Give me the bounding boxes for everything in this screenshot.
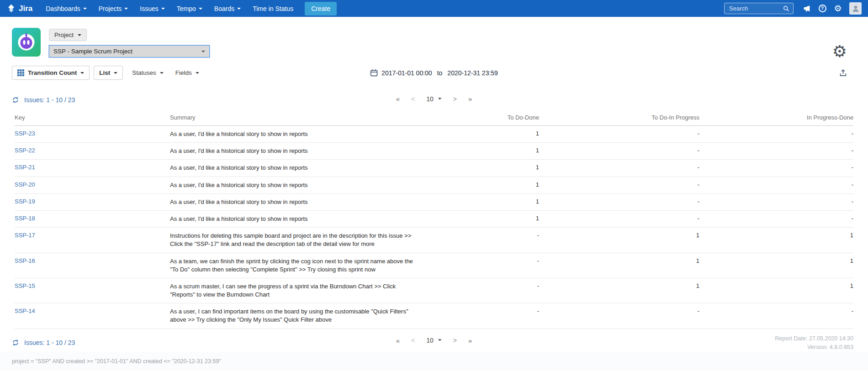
first-page-button[interactable]: «: [396, 336, 400, 344]
page-size-select[interactable]: 10: [426, 337, 442, 344]
statuses-button[interactable]: Statuses: [127, 66, 169, 79]
report-info: Report Date: 27.05.2020 14:30 Version: 4…: [775, 334, 853, 352]
issue-key-cell: SSP-15: [15, 278, 170, 303]
issue-key-link[interactable]: SSP-19: [15, 198, 35, 205]
issue-summary: As a team, we can finish the sprint by c…: [170, 257, 419, 274]
megaphone-icon: [803, 5, 811, 12]
last-page-button[interactable]: »: [468, 336, 472, 344]
search-box: [724, 3, 794, 14]
refresh-icon[interactable]: [12, 339, 19, 346]
issue-key-link[interactable]: SSP-22: [15, 147, 35, 154]
issue-key-link[interactable]: SSP-15: [15, 282, 35, 289]
inprogress-done-value: -: [699, 303, 853, 328]
issues-count-label: Issues: 1 - 10 / 23: [24, 96, 75, 104]
nav-item-issues[interactable]: Issues: [134, 0, 170, 17]
brand-name: Jira: [19, 4, 32, 13]
refresh-arrows-icon: [12, 96, 19, 104]
todo-inprogress-value: -: [539, 126, 699, 143]
create-button[interactable]: Create: [305, 2, 337, 16]
search-input[interactable]: [728, 5, 783, 12]
column-header-key: Key: [15, 110, 170, 126]
report-type-button[interactable]: Transition Count: [12, 66, 90, 80]
inprogress-done-value: -: [699, 143, 853, 160]
issue-key-link[interactable]: SSP-17: [15, 232, 35, 239]
page-size-value: 10: [426, 95, 434, 102]
chevron-down-icon: [196, 72, 199, 74]
nav-item-label: Projects: [99, 5, 122, 12]
issue-key-link[interactable]: SSP-20: [15, 181, 35, 188]
table-row: SSP-18As a user, I'd like a historical s…: [15, 210, 853, 227]
main-nav: DashboardsProjectsIssuesTempoBoardsTime …: [40, 0, 299, 17]
inprogress-done-value: -: [699, 160, 853, 177]
view-type-button[interactable]: List: [94, 66, 123, 80]
view-type-label: List: [99, 69, 110, 76]
nav-item-tempo[interactable]: Tempo: [171, 0, 208, 17]
nav-item-time-in-status[interactable]: Time in Status: [247, 0, 299, 17]
admin-gear-icon[interactable]: ⚙: [831, 2, 845, 16]
issue-summary-cell: As a user, I'd like a historical story t…: [170, 143, 435, 160]
next-page-button[interactable]: >: [453, 95, 457, 102]
report-version: Version: 4.8.0.653: [775, 343, 853, 352]
prev-page-button[interactable]: <: [411, 95, 415, 102]
chevron-down-icon: [438, 98, 442, 99]
issue-key-link[interactable]: SSP-14: [15, 307, 35, 314]
user-silhouette-icon: [852, 5, 860, 13]
issue-key-cell: SSP-22: [15, 143, 170, 160]
nav-item-label: Tempo: [177, 5, 196, 12]
page-size-select[interactable]: 10: [426, 95, 442, 102]
help-question-glyph: ?: [819, 5, 826, 12]
user-avatar[interactable]: [849, 2, 862, 15]
issue-key-link[interactable]: SSP-23: [15, 130, 35, 137]
inprogress-done-value: -: [699, 177, 853, 193]
inprogress-done-value: -: [699, 210, 853, 227]
results-bar-bottom: Issues: 1 - 10 / 23 « < 10 > » Report Da…: [0, 329, 868, 352]
refresh-arrows-icon: [12, 339, 19, 346]
issue-key-cell: SSP-20: [15, 177, 170, 193]
inprogress-done-value: -: [699, 193, 853, 210]
jql-query: project = "SSP" AND created >= "2017-01-…: [12, 358, 221, 365]
project-scope-label: Project: [54, 31, 74, 38]
issue-key-link[interactable]: SSP-16: [15, 257, 35, 264]
todo-done-value: 1: [435, 160, 539, 177]
results-bar-top: Issues: 1 - 10 / 23 « < 10 > »: [0, 88, 868, 109]
date-range-picker[interactable]: 2017-01-01 00:00 to 2020-12-31 23:59: [370, 69, 498, 77]
chevron-down-icon: [78, 34, 81, 36]
table-row: SSP-16As a team, we can finish the sprin…: [15, 253, 853, 278]
nav-item-projects[interactable]: Projects: [93, 0, 134, 17]
refresh-icon[interactable]: [12, 96, 19, 104]
project-scope-button[interactable]: Project: [49, 29, 87, 41]
table-row: SSP-14As a user, I can find important it…: [15, 303, 853, 328]
prev-page-button[interactable]: <: [411, 337, 415, 344]
fields-button[interactable]: Fields: [170, 66, 204, 79]
export-icon[interactable]: [839, 69, 847, 77]
chevron-down-icon: [114, 72, 117, 74]
inprogress-done-value: 1: [699, 228, 853, 253]
nav-item-boards[interactable]: Boards: [208, 0, 247, 17]
first-page-button[interactable]: «: [396, 95, 400, 103]
table-row: SSP-22As a user, I'd like a historical s…: [15, 143, 853, 160]
nav-item-label: Boards: [214, 5, 234, 12]
issue-key-link[interactable]: SSP-18: [15, 215, 35, 222]
todo-done-value: 1: [435, 210, 539, 227]
issue-summary-cell: As a team, we can finish the sprint by c…: [170, 253, 435, 278]
report-settings-gear-icon[interactable]: ⚙: [832, 43, 847, 60]
help-icon[interactable]: ?: [815, 2, 829, 16]
project-select[interactable]: SSP - Sample Scrum Project: [49, 45, 210, 57]
table-row: SSP-19As a user, I'd like a historical s…: [15, 193, 853, 210]
last-page-button[interactable]: »: [468, 95, 472, 103]
jira-home-link[interactable]: Jira: [6, 4, 32, 13]
export-arrow-icon: [839, 69, 847, 77]
inprogress-done-value: 1: [699, 278, 853, 303]
issue-summary: As a user, I'd like a historical story t…: [170, 130, 419, 138]
announcement-icon[interactable]: [800, 2, 814, 16]
next-page-button[interactable]: >: [453, 337, 457, 344]
nav-item-dashboards[interactable]: Dashboards: [40, 0, 93, 17]
issues-table-body: SSP-23As a user, I'd like a historical s…: [15, 126, 853, 329]
table-row: SSP-23As a user, I'd like a historical s…: [15, 126, 853, 143]
todo-inprogress-value: -: [539, 143, 699, 160]
chevron-down-icon: [199, 8, 202, 10]
issue-summary: As a scrum master, I can see the progres…: [170, 282, 419, 299]
issue-key-link[interactable]: SSP-21: [15, 164, 35, 171]
nav-item-label: Issues: [140, 5, 158, 12]
issue-key-cell: SSP-14: [15, 303, 170, 328]
